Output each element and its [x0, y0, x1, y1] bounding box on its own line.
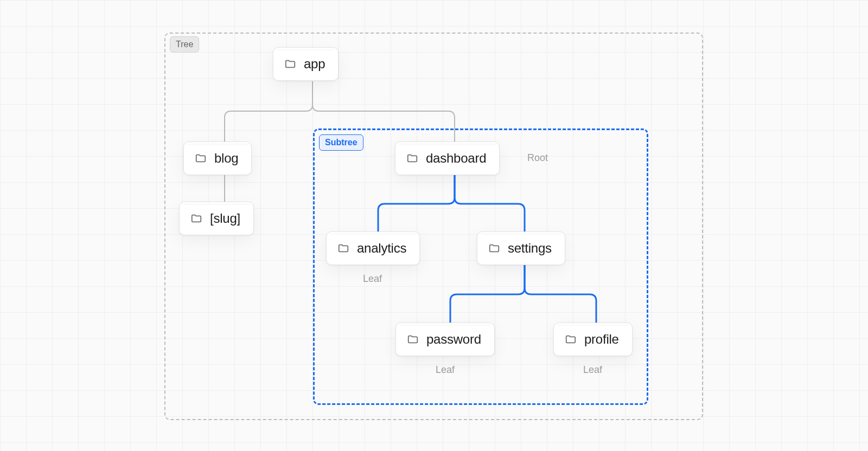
folder-icon [488, 242, 500, 254]
node-label: dashboard [426, 151, 486, 166]
annotation-leaf-password: Leaf [436, 364, 455, 376]
node-app: app [273, 47, 339, 81]
folder-icon [284, 58, 296, 70]
node-analytics: analytics [326, 231, 420, 265]
folder-icon [407, 333, 419, 345]
folder-icon [406, 152, 418, 164]
node-settings: settings [477, 231, 565, 265]
node-label: [slug] [210, 211, 240, 226]
diagram-container: Tree Subtree app blog [slug] [0, 0, 868, 451]
node-password: password [395, 323, 495, 356]
node-label: password [426, 332, 481, 347]
node-label: analytics [357, 241, 406, 256]
subtree-badge: Subtree [319, 134, 363, 151]
node-slug: [slug] [179, 202, 254, 235]
node-label: blog [214, 151, 238, 166]
folder-icon [190, 212, 202, 224]
node-label: profile [584, 332, 619, 347]
node-blog: blog [183, 141, 252, 175]
node-profile: profile [553, 323, 633, 356]
annotation-leaf-analytics: Leaf [363, 273, 382, 285]
folder-icon [565, 333, 577, 345]
folder-icon [337, 242, 349, 254]
node-label: settings [508, 241, 552, 256]
node-dashboard: dashboard [395, 141, 500, 175]
tree-badge: Tree [170, 36, 199, 53]
annotation-root: Root [527, 152, 548, 164]
annotation-leaf-profile: Leaf [583, 364, 602, 376]
node-label: app [304, 56, 325, 72]
folder-icon [195, 152, 207, 164]
